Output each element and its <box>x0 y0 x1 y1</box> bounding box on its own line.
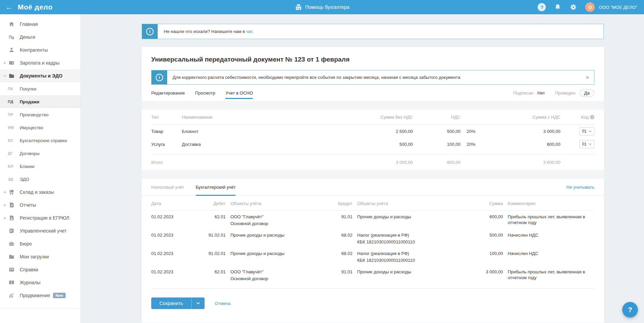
save-button[interactable]: Сохранить <box>151 298 191 309</box>
cell-date: 01.02.2023 <box>151 269 189 283</box>
sidebar-item-money[interactable]: P Деньги <box>0 31 81 44</box>
expand-plus-icon[interactable]: + <box>3 202 7 208</box>
sidebar-item-label: Журналы <box>20 280 40 285</box>
sidebar-item-code: БЛ <box>8 164 13 168</box>
debit-object: ООО "Главучёт" <box>230 269 317 275</box>
account-name[interactable]: ООО "МОЕ ДЕЛО" <box>599 5 637 10</box>
cell-name: Доставка <box>182 142 342 147</box>
sidebar-item-journals[interactable]: Журналы <box>0 276 81 289</box>
cell-sum: 100,00 <box>464 251 503 264</box>
close-icon[interactable]: × <box>581 74 594 81</box>
cell-vat-rate: 20% <box>460 129 482 134</box>
sidebar-item-purchases[interactable]: ПК Покупки <box>0 82 81 95</box>
home-icon <box>8 21 15 27</box>
tab-osno-accounting[interactable]: Учет в ОСНО <box>225 85 253 101</box>
cell-type: Услуга <box>151 142 182 147</box>
posting-row: 01.02.2023 91.02.01 Прочие доходы и расх… <box>151 229 594 247</box>
sidebar-item-accounting-certificates[interactable]: БС Бухгалтерские справки <box>0 134 81 147</box>
cell-debit-objects: Прочие доходы и расходы <box>230 251 317 264</box>
sidebar-item-label: Регистрация в ЕГРЮЛ <box>20 215 69 221</box>
debit-object: Прочие доходы и расходы <box>230 232 317 238</box>
help-icon[interactable]: ? <box>538 3 546 11</box>
sidebar-item-home[interactable]: Главная <box>0 18 81 31</box>
sidebar-item-label: Продажи <box>20 99 39 104</box>
tab-book-accounting[interactable]: Бухгалтерский учёт <box>196 179 236 196</box>
cell-debit: 62.01 <box>193 214 226 227</box>
expand-plus-icon[interactable]: + <box>3 215 7 221</box>
sidebar-item-bureau[interactable]: Бюро <box>0 237 81 250</box>
chat-banner-text: Не нашли что искали? Напишите нам в чат. <box>158 24 260 39</box>
sidebar-item-documents[interactable]: − Документы и ЭДО <box>0 69 81 82</box>
tab-editing[interactable]: Редактирование <box>151 85 185 101</box>
wallet-icon <box>8 60 15 66</box>
sidebar-item-registration[interactable]: + Регистрация в ЕГРЮЛ <box>0 211 81 224</box>
cancel-button[interactable]: Отмена <box>215 301 231 306</box>
folder-icon <box>8 254 15 260</box>
sidebar-item-production[interactable]: ПР Производство <box>0 108 81 121</box>
svg-text:P: P <box>12 36 14 39</box>
gear-icon[interactable] <box>570 3 577 11</box>
cell-debit: 62.01 <box>193 269 226 283</box>
sidebar-item-warehouse[interactable]: + Склад и заказы <box>0 186 81 199</box>
document-card: Универсальный передаточный документ № 12… <box>142 47 604 323</box>
total-sum-no-vat: 3 000,00 <box>342 160 413 165</box>
sidebar-item-contracts[interactable]: ДГ Договоры <box>0 147 81 160</box>
sidebar-item-label: Производство <box>20 112 49 117</box>
book-icon <box>8 279 15 286</box>
sidebar-item-label: Продвижение <box>20 293 50 298</box>
floating-help-button[interactable]: ? <box>622 302 638 318</box>
sidebar-item-sales[interactable]: ПД Продажи <box>0 95 81 108</box>
col-date: Дата <box>151 201 189 206</box>
sidebar-item-salary[interactable]: + Зарплата и кадры <box>0 56 81 69</box>
sidebar-item-property[interactable]: ИМ Имущество <box>0 121 81 134</box>
sidebar-item-edo[interactable]: ЭД ЭДО <box>0 173 81 186</box>
accountant-help-link[interactable]: Помощь бухгалтера <box>295 3 349 11</box>
code-info-icon[interactable]: i <box>590 115 594 119</box>
chart-icon <box>8 292 15 299</box>
chat-link[interactable]: чат <box>246 29 252 34</box>
code-value: 01 <box>582 142 587 147</box>
posted-toggle[interactable]: Да <box>579 89 594 97</box>
briefcase-icon <box>8 241 15 247</box>
postings-table-bottom-border <box>151 284 594 289</box>
sidebar-item-forms[interactable]: БЛ Бланки <box>0 160 81 173</box>
info-icon: i <box>146 28 154 35</box>
sidebar-item-management-accounting[interactable]: P Управленческий учет <box>0 224 81 237</box>
cell-comment: Начислен НДС <box>508 232 594 246</box>
cell-vat: 500,00 <box>413 129 460 134</box>
sidebar-item-reports[interactable]: + Отчеты <box>0 199 81 211</box>
sidebar-item-promotion[interactable]: Продвижение New <box>0 289 81 302</box>
expand-plus-icon[interactable]: + <box>3 189 7 195</box>
code-select[interactable]: 01 <box>579 140 594 148</box>
ignore-link[interactable]: Не учитывать <box>567 185 595 190</box>
app-logo[interactable]: Моё дело <box>18 3 53 11</box>
sidebar-item-downloads[interactable]: Мои загрузки <box>0 250 81 263</box>
cell-credit: 91.01 <box>322 269 352 283</box>
sidebar-item-code: БС <box>8 138 13 142</box>
save-options-chevron[interactable] <box>191 298 205 309</box>
sidebar-item-contractors[interactable]: Контрагенты <box>0 44 81 56</box>
col-debit-objects: Объекты учёта <box>230 201 317 206</box>
item-row: Услуга Доставка 500,00 100,00 20% 600,00… <box>151 138 594 151</box>
info-icon-box: i <box>152 70 167 84</box>
expand-plus-icon[interactable]: + <box>3 60 7 66</box>
avatar[interactable]: О <box>585 2 595 12</box>
tab-tax-accounting[interactable]: Налоговый учёт <box>151 179 184 196</box>
collapse-minus-icon[interactable]: − <box>3 73 7 79</box>
sidebar-item-label: Склад и заказы <box>20 189 54 195</box>
sidebar-item-label: Деньги <box>20 34 35 40</box>
sidebar-item-references[interactable]: Справки <box>0 263 81 276</box>
cell-sum-no-vat: 2 500,00 <box>342 129 413 134</box>
id-card-icon <box>8 267 15 273</box>
back-arrow-icon[interactable]: ← <box>5 3 13 11</box>
cell-vat-rate: 20% <box>460 142 482 147</box>
save-split-button[interactable]: Сохранить <box>151 298 205 309</box>
sidebar-item-label: Имущество <box>20 125 43 130</box>
code-select[interactable]: 01 <box>579 127 594 135</box>
sidebar-item-label: Главная <box>20 21 38 27</box>
posted-label: Проведен <box>555 90 575 96</box>
tab-view[interactable]: Просмотр <box>195 85 215 101</box>
sidebar-item-label: Зарплата и кадры <box>20 60 59 66</box>
cell-sum: 500,00 <box>464 232 503 246</box>
bell-icon[interactable] <box>554 3 561 11</box>
